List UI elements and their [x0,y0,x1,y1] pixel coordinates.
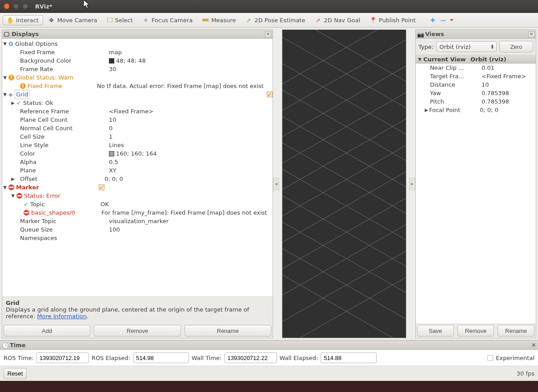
prop-reference-frame[interactable]: Reference Frame<Fixed Frame> [2,107,273,116]
views-buttons: Save Remove Rename [416,323,536,338]
tree-item-grid[interactable]: ▼◈Grid [2,90,273,99]
window-minimize-button[interactable] [13,3,19,9]
measure-button[interactable]: Measure [198,15,240,25]
select-button[interactable]: Select [103,15,137,25]
close-icon[interactable]: ✕ [528,31,534,37]
svg-line-18 [282,144,406,320]
remove-tool-button[interactable]: — [438,15,456,25]
hand-icon: ✋ [7,17,13,23]
prop-offset[interactable]: ▶Offset0; 0; 0 [2,175,273,183]
tree-item-global-options[interactable]: ▼✿Global Options [2,40,273,48]
save-button[interactable]: Save [417,325,454,336]
window-close-button[interactable] [4,3,10,9]
window-maximize-button[interactable] [22,3,28,9]
svg-line-9 [282,197,406,338]
prop-plane-cell-count[interactable]: Plane Cell Count10 [2,116,273,124]
add-button[interactable]: Add [4,325,90,336]
prop-namespaces[interactable]: Namespaces [2,234,273,242]
caret-down-icon [450,19,454,21]
move-camera-button[interactable]: ✥ Move Camera [44,15,102,25]
remove-button[interactable]: Remove [94,325,181,336]
svg-line-13 [282,30,406,188]
views-rename-button[interactable]: Rename [498,325,534,336]
status-bar: Reset 30 fps [0,366,538,381]
svg-line-0 [282,30,406,136]
prop-near-clip[interactable]: Near Clip …0.01 [416,64,536,72]
prop-yaw[interactable]: Yaw0.785398 [416,89,536,97]
pose-estimate-button[interactable]: ➚ 2D Pose Estimate [241,15,309,25]
error-icon [16,193,22,199]
nav-goal-button[interactable]: ➚ 2D Nav Goal [310,15,365,25]
prop-focal-point[interactable]: ▶Focal Point0; 0; 0 [416,106,536,114]
left-collapse-handle[interactable]: ◂ [273,178,279,190]
grid-checkbox[interactable] [267,92,273,97]
prop-pitch[interactable]: Pitch0.785398 [416,97,536,106]
prop-frame-rate[interactable]: Frame Rate30 [2,65,273,73]
close-icon[interactable]: ✕ [531,342,536,348]
tree-item-marker[interactable]: ▼Marker [2,183,273,192]
svg-line-1 [282,30,406,162]
wall-elapsed-input[interactable] [321,352,377,363]
displays-tree[interactable]: ▼✿Global Options Fixed Framemap Backgrou… [2,39,273,296]
focus-icon: ✧ [143,17,149,23]
prop-alpha[interactable]: Alpha0.5 [2,158,273,166]
description-box: Grid Displays a grid along the ground pl… [2,296,273,323]
zero-button[interactable]: Zero [499,41,533,52]
ros-time-label: ROS Time: [4,355,34,361]
prop-marker-topic[interactable]: Marker Topicvisualization_marker [2,217,273,225]
ros-time-input[interactable] [36,352,89,363]
prop-shape-error[interactable]: basic_shapes/0For frame [/my_frame]: Fix… [2,208,273,217]
marker-checkbox[interactable] [99,184,104,190]
prop-status-fixed-frame[interactable]: !Fixed FrameNo tf data. Actual error: Fi… [2,82,273,90]
views-tree[interactable]: ▼ Current View Orbit (rviz) Near Clip …0… [416,55,536,323]
prop-background-color[interactable]: Background Color48; 48; 48 [2,56,273,65]
view-type-select[interactable]: Orbit (rviz) ▲▼ [436,41,497,52]
time-header[interactable]: 🕓 Time ✕ [0,341,538,350]
wall-elapsed-label: Wall Elapsed: [280,355,318,361]
check-icon: ✓ [16,99,21,107]
interact-button[interactable]: ✋ Interact [3,15,43,25]
prop-distance[interactable]: Distance10 [416,80,536,89]
prop-cell-size[interactable]: Cell Size1 [2,132,273,141]
tree-item-marker-status[interactable]: ▼Status: Error [2,192,273,200]
wall-time-label: Wall Time: [192,355,222,361]
add-tool-button[interactable]: ✚ [428,15,438,25]
prop-topic[interactable]: ✓TopicOK [2,200,273,208]
close-icon[interactable]: ✕ [265,31,271,37]
move-icon: ✥ [48,17,55,23]
tree-item-grid-status[interactable]: ▶✓Status: Ok [2,99,273,107]
viewport-3d[interactable] [282,29,406,338]
prop-queue-size[interactable]: Queue Size100 [2,225,273,234]
tree-item-global-status[interactable]: ▼!Global Status: Warn [2,73,273,82]
prop-line-style[interactable]: Line StyleLines [2,141,273,149]
svg-line-11 [282,30,406,136]
svg-line-16 [282,92,406,268]
prop-plane[interactable]: PlaneXY [2,166,273,175]
svg-line-7 [282,144,406,320]
focus-camera-button[interactable]: ✧ Focus Camera [138,15,197,25]
plus-icon: ✚ [430,17,435,24]
publish-point-button[interactable]: 📍 Publish Point [365,15,420,25]
svg-line-20 [282,197,406,338]
right-collapse-handle[interactable]: ▸ [409,178,415,190]
more-info-link[interactable]: More Information [37,313,87,320]
experimental-checkbox[interactable]: Experimental [487,355,534,361]
displays-header[interactable]: 🖵 Displays ✕ [2,30,273,39]
rename-button[interactable]: Rename [185,325,271,336]
ros-elapsed-input[interactable] [133,352,189,363]
prop-color[interactable]: Color160; 160; 164 [2,149,273,158]
svg-line-4 [282,65,406,241]
views-remove-button[interactable]: Remove [458,325,494,336]
prop-normal-cell-count[interactable]: Normal Cell Count0 [2,124,273,132]
arrow-green-icon: ➚ [245,17,252,23]
displays-buttons: Add Remove Rename [2,323,273,338]
reset-button[interactable]: Reset [4,368,27,379]
wall-time-input[interactable] [225,352,277,363]
views-header[interactable]: 📷 Views ✕ [416,30,536,39]
svg-line-17 [282,118,406,294]
prop-target-frame[interactable]: Target Fra…<Fixed Frame> [416,72,536,80]
svg-line-3 [282,39,406,215]
prop-fixed-frame[interactable]: Fixed Framemap [2,48,273,56]
views-tree-header[interactable]: ▼ Current View Orbit (rviz) [416,55,536,64]
warn-icon: ! [20,83,26,89]
